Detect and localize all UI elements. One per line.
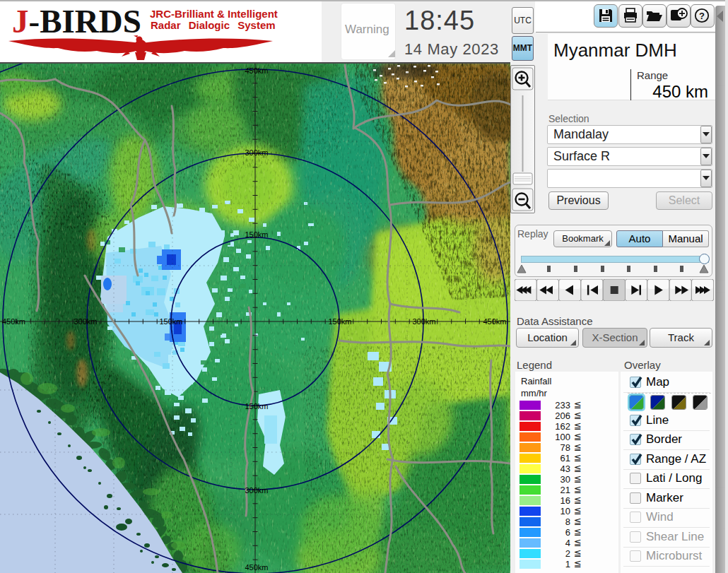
svg-text:450km: 450km (2, 317, 25, 326)
svg-text:150km: 150km (328, 317, 351, 326)
svg-text:300km: 300km (412, 317, 435, 326)
svg-text:150km: 150km (245, 230, 268, 239)
svg-text:150km: 150km (245, 402, 268, 410)
svg-text:450km: 450km (245, 66, 268, 75)
svg-text:450km: 450km (245, 563, 268, 572)
svg-text:450km: 450km (483, 317, 506, 326)
svg-text:150km: 150km (159, 317, 182, 326)
svg-text:300km: 300km (74, 317, 97, 326)
svg-text:?: ? (699, 11, 705, 21)
svg-text:300km: 300km (245, 486, 268, 495)
svg-text:300km: 300km (245, 148, 268, 157)
